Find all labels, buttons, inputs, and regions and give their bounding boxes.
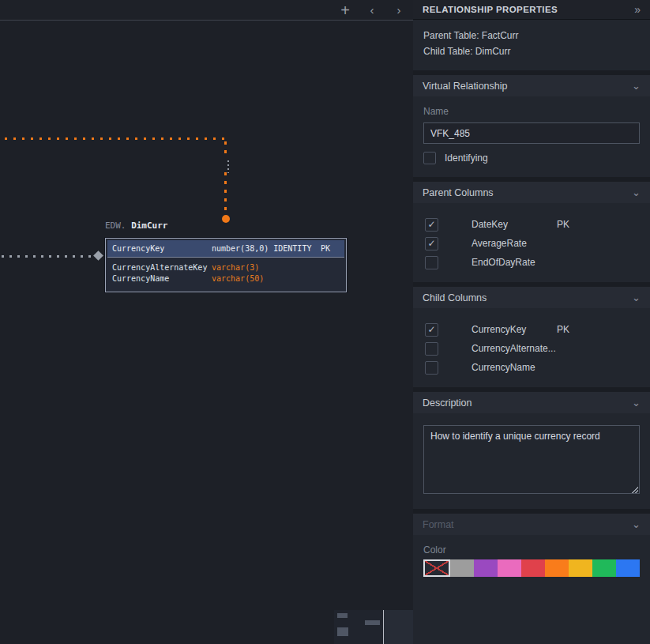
collapse-panel-icon[interactable]: » — [634, 3, 641, 16]
color-swatch-row — [423, 559, 640, 577]
relationship-line-vertical-lower[interactable] — [224, 172, 227, 215]
relationship-endpoint-dot — [222, 215, 230, 223]
color-label: Color — [423, 544, 640, 555]
column-option-row: ✓ CurrencyKey PK — [413, 320, 650, 339]
color-swatch[interactable] — [450, 559, 474, 577]
column-name: EndOfDayRate — [472, 257, 535, 268]
add-icon[interactable]: + — [339, 2, 351, 18]
column-name: CurrencyAlternateKey — [112, 262, 212, 273]
virtual-relationship-content: Name ✓ Identifying — [413, 96, 650, 177]
chevron-right-icon[interactable]: › — [393, 4, 405, 16]
column-name: CurrencyKey — [472, 324, 526, 335]
relationship-info: Parent Table: FactCurr Child Table: DimC… — [413, 20, 650, 70]
column-option-row: ✓ DateKey PK — [413, 215, 650, 234]
minimap-entity — [337, 627, 348, 636]
entity-dimcurr[interactable]: CurrencyKey number(38,0) IDENTITY PK Cur… — [105, 238, 347, 292]
column-option-row: ✓ EndOfDayRate — [413, 253, 650, 272]
column-name: CurrencyName — [472, 362, 535, 373]
column-key-badge: PK — [321, 244, 340, 253]
section-child-columns[interactable]: Child Columns ⌄ — [413, 287, 650, 308]
panel-title: RELATIONSHIP PROPERTIES — [423, 5, 558, 14]
entity-key-row[interactable]: CurrencyKey number(38,0) IDENTITY PK — [107, 240, 344, 257]
child-columns-list: ✓ CurrencyKey PK ✓ CurrencyAlternate... … — [413, 308, 650, 387]
column-name: CurrencyAlternate... — [472, 343, 556, 354]
section-title: Child Columns — [423, 292, 487, 303]
entity-schema: EDW. — [105, 220, 126, 231]
description-content: How to identify a unique currency record — [413, 413, 650, 509]
relationship-line-gray[interactable] — [2, 255, 92, 258]
section-title: Format — [423, 519, 454, 530]
identifying-checkbox[interactable]: ✓ — [423, 152, 436, 164]
chevron-down-icon: ⌄ — [632, 521, 641, 529]
check-icon: ✓ — [427, 238, 435, 249]
column-option-row: ✓ AverageRate — [413, 234, 650, 253]
pk-badge: PK — [557, 219, 569, 230]
entity-name: DimCurr — [131, 220, 167, 231]
relationship-line-vertical-upper[interactable] — [224, 141, 227, 159]
minimap-entity — [337, 613, 348, 618]
chevron-left-icon[interactable]: ‹ — [366, 4, 378, 16]
color-swatch[interactable] — [569, 559, 592, 577]
relationship-endpoint-diamond — [93, 250, 103, 261]
chevron-down-icon: ⌄ — [632, 189, 641, 197]
column-type: varchar(3) — [212, 262, 340, 273]
column-checkbox[interactable]: ✓ — [425, 256, 438, 269]
check-icon: ✓ — [427, 324, 435, 335]
relationship-properties-panel: RELATIONSHIP PROPERTIES » Parent Table: … — [413, 0, 650, 644]
color-swatch[interactable] — [474, 559, 498, 577]
section-title: Parent Columns — [423, 187, 494, 198]
name-input[interactable] — [423, 122, 640, 144]
entity-row[interactable]: CurrencyName varchar(50) — [112, 273, 340, 284]
description-textarea[interactable]: How to identify a unique currency record — [423, 425, 640, 494]
relationship-line-horizontal[interactable] — [5, 137, 226, 140]
parent-table-label: Parent Table: FactCurr — [423, 28, 640, 44]
section-title: Virtual Relationship — [423, 81, 507, 92]
parent-columns-list: ✓ DateKey PK ✓ AverageRate ✓ EndOfDayRat… — [413, 203, 650, 282]
section-title: Description — [423, 397, 472, 409]
column-name: AverageRate — [472, 238, 527, 249]
color-swatch[interactable] — [521, 559, 545, 577]
chevron-down-icon: ⌄ — [632, 294, 641, 302]
color-swatch[interactable] — [592, 559, 616, 577]
section-parent-columns[interactable]: Parent Columns ⌄ — [413, 182, 650, 203]
column-type: varchar(50) — [212, 273, 340, 284]
panel-header: RELATIONSHIP PROPERTIES » — [413, 0, 650, 20]
child-table-label: Child Table: DimCurr — [423, 44, 640, 60]
chevron-down-icon: ⌄ — [632, 82, 641, 90]
diagram-canvas[interactable]: + ‹ › EDW. DimCurr CurrencyKey number(38… — [0, 0, 413, 644]
column-checkbox[interactable]: ✓ — [425, 218, 438, 232]
name-label: Name — [423, 106, 640, 117]
color-swatch-none[interactable] — [423, 559, 450, 577]
entity-body: CurrencyAlternateKey varchar(3) Currency… — [107, 257, 344, 290]
column-checkbox[interactable]: ✓ — [425, 361, 438, 375]
column-name: DateKey — [472, 219, 508, 230]
entity-title: EDW. DimCurr — [105, 220, 167, 231]
pk-badge: PK — [557, 324, 569, 335]
column-type: number(38,0) IDENTITY — [212, 244, 321, 253]
section-description[interactable]: Description ⌄ — [413, 392, 650, 413]
column-checkbox[interactable]: ✓ — [425, 342, 438, 356]
check-icon: ✓ — [427, 219, 435, 230]
column-option-row: ✓ CurrencyAlternate... — [413, 339, 650, 358]
color-content: Color — [413, 535, 650, 589]
identifying-label: Identifying — [445, 153, 488, 164]
column-option-row: ✓ CurrencyName — [413, 358, 650, 377]
chevron-down-icon: ⌄ — [632, 399, 641, 407]
color-swatch[interactable] — [616, 559, 640, 577]
column-name: CurrencyKey — [112, 244, 212, 253]
color-swatch[interactable] — [498, 559, 521, 577]
column-checkbox[interactable]: ✓ — [425, 323, 438, 337]
color-swatch[interactable] — [545, 559, 569, 577]
canvas-toolbar: + ‹ › — [0, 0, 413, 21]
relationship-line-midpoint-dots — [227, 160, 229, 173]
section-virtual-relationship[interactable]: Virtual Relationship ⌄ — [413, 75, 650, 96]
entity-row[interactable]: CurrencyAlternateKey varchar(3) — [112, 262, 340, 273]
minimap[interactable] — [334, 610, 413, 644]
column-name: CurrencyName — [112, 273, 212, 284]
column-checkbox[interactable]: ✓ — [425, 237, 438, 250]
section-format[interactable]: Format ⌄ — [413, 514, 650, 535]
minimap-viewport[interactable] — [383, 610, 413, 644]
minimap-entity — [365, 620, 380, 625]
identifying-row: ✓ Identifying — [423, 152, 640, 164]
